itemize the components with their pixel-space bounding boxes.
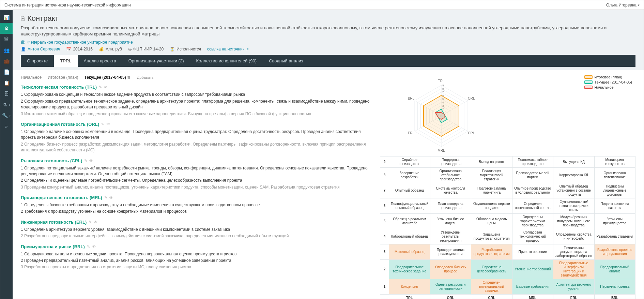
- readiness-item: 2 Разработаны предварительные интерфейсы…: [21, 233, 372, 239]
- readiness-item: 1 Определено наличие основных компетенци…: [21, 129, 372, 141]
- matrix-col-header: CRL: [471, 295, 512, 299]
- matrix-cell: Подписаны лицензионные договоры: [594, 183, 635, 198]
- section-title: Инженерная готовность (ERL) ✎ 👁: [21, 220, 372, 225]
- building-icon: 🏛: [21, 40, 25, 45]
- meta-source-link[interactable]: ссылка на источник⇗: [207, 47, 249, 51]
- matrix-cell: Определены характеристики производства: [512, 214, 553, 229]
- subtab-initial[interactable]: Начальное: [21, 75, 42, 80]
- matrix-cell: Оценка ресурсов и релевантности: [430, 279, 471, 295]
- tab-about[interactable]: О проекте: [21, 55, 54, 67]
- matrix-cell: Определена целесообразность: [471, 260, 512, 279]
- matrix-cell: Вывод на рынок: [471, 156, 512, 168]
- tab-analysis[interactable]: Анализ проекта: [78, 55, 122, 67]
- tabs: О проектеTPRLАнализ проектаОрганизации-у…: [21, 55, 635, 67]
- matrix-cell: Разработана продуктовая стратегия: [471, 244, 512, 260]
- chevron-down-icon: ▾: [638, 3, 640, 7]
- sidebar-item-3[interactable]: 🏛: [0, 34, 13, 45]
- matrix-cell: Подготовка плана маркетинга: [471, 183, 512, 198]
- edit-icon[interactable]: ✎: [104, 195, 107, 200]
- edit-icon[interactable]: ✎: [87, 244, 90, 249]
- readiness-item: 1 Определена архитектура верхнего уровня…: [21, 227, 372, 233]
- svg-text:ERL: ERL: [408, 131, 415, 135]
- matrix-cell: Макетный образец: [389, 244, 430, 260]
- sidebar-item-1[interactable]: 📊: [0, 12, 13, 23]
- sidebar-item-5[interactable]: 💼: [0, 56, 13, 66]
- meta-program: ◎ФЦП ИИР 14-20: [128, 47, 164, 51]
- matrix-cell: Поддержка производства: [430, 156, 471, 168]
- matrix-cell: Уточнение требований: [512, 260, 553, 279]
- section-title: Организационная готовность (ORL) ✎ 👁: [21, 122, 372, 127]
- edit-icon[interactable]: ✎: [99, 85, 102, 89]
- org-link[interactable]: Федеральное государственное унитарное пр…: [27, 40, 133, 45]
- matrix-cell: Первичная оценка: [594, 279, 635, 295]
- matrix-col-header: ERL: [553, 295, 595, 299]
- edit-icon[interactable]: ✎: [89, 220, 92, 224]
- section-title: Преимущества и риски (BRL) ✎ 👁: [21, 244, 372, 249]
- matrix-row: 7Опытный образецСистема контроля качеств…: [380, 183, 635, 198]
- subtab-current[interactable]: Текущее (2017-04-05) 🗑: [84, 75, 131, 80]
- matrix-cell: Архитектура верхнего уровня: [553, 279, 595, 295]
- meta-currency: 💰млн. руб: [99, 47, 122, 51]
- tab-team[interactable]: Коллектив исполнителей (90): [190, 55, 263, 67]
- legend-item: Итоговое (план): [584, 75, 632, 79]
- sidebar-item-6[interactable]: 📄: [0, 66, 13, 77]
- svg-text:7: 7: [442, 91, 444, 94]
- eye-icon[interactable]: 👁: [104, 85, 108, 89]
- eye-icon[interactable]: 👁: [92, 244, 96, 249]
- matrix-cell: Опытный образец: [389, 183, 430, 198]
- matrix-cell: Поданы заявки на патенты: [594, 198, 635, 214]
- section-title: Технологическая готовность (TRL) ✎ 👁: [21, 85, 372, 90]
- eye-icon[interactable]: 👁: [106, 122, 110, 126]
- matrix-cell: Полномасштабное производство: [512, 156, 553, 168]
- sidebar-item-4[interactable]: 👥: [0, 45, 13, 56]
- sidebar-item-2[interactable]: ⚙: [0, 23, 13, 34]
- matrix-cell: Принято решение: [512, 244, 553, 260]
- edit-icon[interactable]: ✎: [101, 122, 104, 126]
- matrix-cell: Функциональные/ технические риски сняты: [553, 198, 595, 214]
- readiness-item: 1 Сформулированы цели и основные задачи …: [21, 251, 372, 257]
- trash-icon[interactable]: 🗑: [127, 75, 131, 79]
- eye-icon[interactable]: 👁: [89, 159, 93, 163]
- person-icon: 👤: [21, 47, 26, 51]
- matrix-cell: Серийное производство: [389, 156, 430, 168]
- sidebar-collapse[interactable]: »: [0, 121, 13, 132]
- tab-summary[interactable]: Сводный анализ: [263, 55, 309, 67]
- meta-person[interactable]: 👤Антон Сергеевич: [21, 47, 60, 51]
- tab-orgs[interactable]: Организации-участники (2): [122, 55, 190, 67]
- matrix-cell: Утверждены результаты тестирования: [430, 229, 471, 244]
- matrix-cell: Выпущена КД: [553, 156, 595, 168]
- system-title: Система интеграции источников научно-тех…: [4, 3, 131, 8]
- matrix-cell: Лабораторный образец: [389, 229, 430, 244]
- sidebar-item-7[interactable]: 📋: [0, 77, 13, 88]
- topbar: Система интеграции источников научно-тех…: [0, 0, 644, 10]
- matrix-row: 8Завершение разработкиОрганизовано стаби…: [380, 168, 635, 183]
- eye-icon[interactable]: 👁: [109, 196, 113, 200]
- money-icon: 💰: [99, 47, 104, 51]
- subtab-final-plan[interactable]: Итоговое (план): [48, 75, 78, 80]
- eye-icon[interactable]: 👁: [94, 220, 97, 224]
- subtab-add[interactable]: Добавить: [137, 75, 154, 79]
- page-title: ⎘ Контракт: [21, 14, 635, 23]
- sidebar-item-10[interactable]: 🔧 ›: [0, 110, 13, 121]
- svg-text:CRL: CRL: [468, 131, 475, 135]
- sidebar-item-9[interactable]: ⚗ ›: [0, 99, 13, 110]
- matrix-cell: Техническая документация на лабораторный…: [553, 244, 595, 260]
- meta-years: 📅2014-2016: [66, 47, 92, 51]
- readiness-item: 3 Изготовлен макетный образец и продемон…: [21, 111, 372, 117]
- matrix-row: 4Лабораторный образецУтверждены результа…: [380, 229, 635, 244]
- matrix-cell: Образец в реальном масштабе: [389, 214, 430, 229]
- calendar-icon: 📅: [66, 47, 71, 51]
- hourglass-icon: ⏳: [170, 47, 175, 51]
- section-title: Рыночная готовность (CRL) ✎ 👁: [21, 158, 372, 163]
- matrix-cell: Определен бизнес-процесс: [430, 260, 471, 279]
- page-description: Разработка технологии получения композиц…: [21, 25, 635, 37]
- sidebar-item-8[interactable]: 🗄: [0, 88, 13, 99]
- tab-tprl[interactable]: TPRL: [54, 55, 77, 67]
- edit-icon[interactable]: ✎: [84, 159, 87, 163]
- matrix-cell: Согласован технологический процесс: [512, 229, 553, 244]
- matrix-col-header: MRL: [512, 295, 553, 299]
- readiness-item: 2 Сформулировано предварительное техниче…: [21, 99, 372, 110]
- user-name: Ольга Игоревна: [606, 3, 637, 8]
- user-menu[interactable]: Ольга Игоревна ▾: [606, 3, 640, 8]
- readiness-item: 3 Проведены конкурентный анализ, анализ …: [21, 184, 372, 190]
